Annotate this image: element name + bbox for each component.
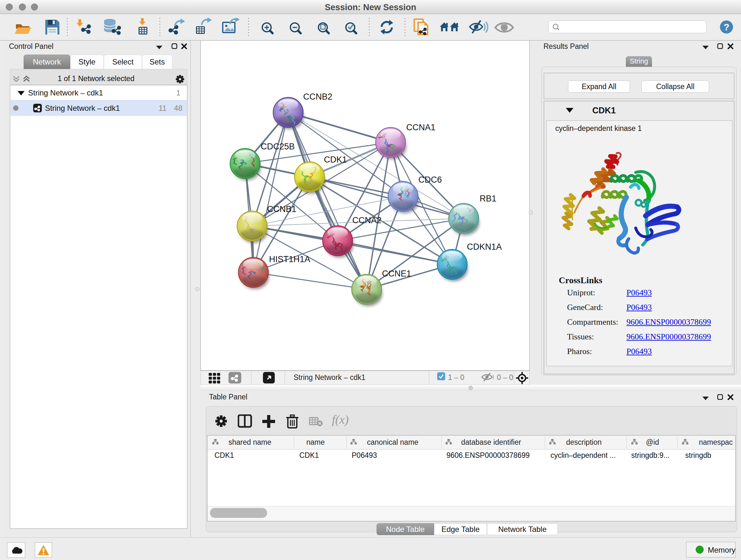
- svg-text:HIST1H1A: HIST1H1A: [269, 254, 310, 264]
- svg-text:CDKN1A: CDKN1A: [467, 242, 502, 252]
- svg-text:CCNA2: CCNA2: [352, 215, 382, 225]
- svg-text:CDC6: CDC6: [418, 175, 442, 185]
- svg-text:CDC25B: CDC25B: [261, 142, 295, 151]
- svg-text:CCNB2: CCNB2: [303, 92, 333, 102]
- svg-text:CDK1: CDK1: [324, 155, 347, 165]
- svg-text:CCNB1: CCNB1: [267, 204, 296, 214]
- svg-text:RB1: RB1: [480, 194, 496, 203]
- svg-text:CCNA1: CCNA1: [406, 123, 435, 132]
- svg-text:CCNE1: CCNE1: [382, 269, 411, 278]
